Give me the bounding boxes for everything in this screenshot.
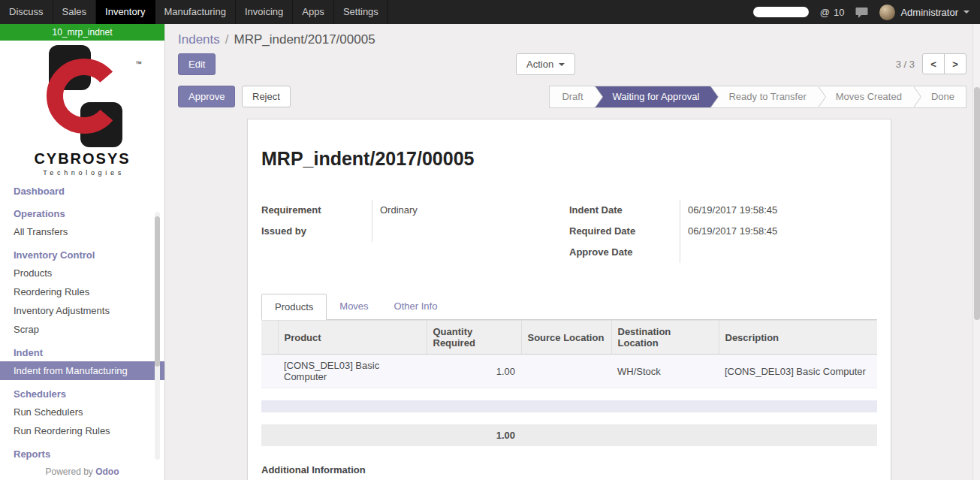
sidebar-scrollbar[interactable] [155,212,160,460]
record-title: MRP_indent/2017/00005 [261,148,877,170]
sidebar-section-inventory-control: Inventory Control [0,246,164,264]
tab-moves[interactable]: Moves [327,294,381,320]
table-total-row: 1.00 [261,424,877,446]
chevron-down-icon [963,11,969,14]
sidebar-item-inventory-adjustments[interactable]: Inventory Adjustments [0,301,164,320]
sidebar-menu: Dashboard Operations All Transfers Inven… [0,183,164,463]
mention-count: 10 [834,7,844,18]
reject-button[interactable]: Reject [242,86,291,107]
sidebar-section-operations: Operations [0,205,164,222]
odoo-link[interactable]: Odoo [95,466,119,477]
products-table: Product Quantity Required Source Locatio… [261,320,877,446]
empty-row [261,388,877,400]
sidebar-item-reordering-rules[interactable]: Reordering Rules [0,282,164,301]
chat-bubble-icon[interactable] [855,7,868,18]
main-content: Indents/MRP_indent/2017/00005 Edit Actio… [166,24,972,480]
control-row: Edit Action 3 / 3 < > [166,53,972,77]
sidebar-section-dashboard: Dashboard [0,183,164,200]
cell-source-location [521,355,611,388]
cell-destination-location: WH/Stock [611,355,719,388]
mention-badge[interactable]: @ 10 [820,7,845,18]
row-handle-column-header [261,321,278,355]
tab-products[interactable]: Products [261,294,327,320]
vertical-scrollbar[interactable] [972,24,980,480]
notebook-tabs: Products Moves Other Info [261,293,877,320]
topbar-menu-inventory[interactable]: Inventory [96,0,155,24]
empty-row [261,412,877,424]
systray-progress-pill[interactable] [753,7,809,17]
user-avatar [879,5,895,20]
sidebar-item-run-schedulers[interactable]: Run Schedulers [0,403,164,421]
field-label-indent-date: Indent Date [569,200,680,221]
pager-counter: 3 / 3 [896,59,915,70]
sidebar-item-all-transfers[interactable]: All Transfers [0,222,164,241]
column-header-source-location[interactable]: Source Location [521,321,611,355]
status-row: Approve Reject Draft Waiting for Approva… [166,86,972,108]
column-header-description[interactable]: Description [719,321,877,355]
sidebar-item-scrap[interactable]: Scrap [0,320,164,339]
field-value-required-date: 06/19/2017 19:58:45 [680,221,777,242]
breadcrumb-indents[interactable]: Indents [178,32,220,47]
stage-ready-to-transfer[interactable]: Ready to Transfer [710,86,817,107]
cell-product: [CONS_DEL03] Basic Computer [278,355,427,388]
pager-previous-button[interactable]: < [922,53,945,74]
sidebar-scrollbar-thumb[interactable] [155,216,160,367]
stage-draft[interactable]: Draft [550,86,594,107]
cybrosys-logo-icon [26,44,139,150]
sidebar-item-products[interactable]: Products [0,264,164,282]
user-name: Administrator [900,7,958,18]
table-header-row: Product Quantity Required Source Locatio… [261,321,877,355]
topbar: Discuss Sales Inventory Manufacturing In… [0,0,980,24]
form-sheet: MRP_indent/2017/00005 Requirement Ordina… [247,119,891,480]
topbar-menu-settings[interactable]: Settings [334,0,388,24]
field-value-indent-date: 06/19/2017 19:58:45 [680,200,777,221]
powered-by: Powered by Odoo [0,466,164,477]
sidebar-item-run-reordering-rules[interactable]: Run Reordering Rules [0,421,164,440]
topbar-menus: Discuss Sales Inventory Manufacturing In… [0,0,388,24]
approve-button[interactable]: Approve [178,86,235,107]
action-dropdown-button[interactable]: Action [516,53,575,75]
edit-button[interactable]: Edit [178,53,216,75]
additional-information-label: Additional Information [261,464,877,480]
empty-row [261,400,877,412]
topbar-menu-manufacturing[interactable]: Manufacturing [155,0,236,24]
pager-next-button[interactable]: > [944,53,966,74]
user-menu[interactable]: Administrator [879,5,969,20]
field-value-issued-by [372,221,380,242]
row-handle [261,355,278,388]
breadcrumb: Indents/MRP_indent/2017/00005 [166,24,972,52]
chevron-down-icon [559,63,565,66]
cell-description: [CONS_DEL03] Basic Computer [719,355,877,388]
sidebar-section-schedulers: Schedulers [0,385,164,403]
field-label-requirement: Requirement [261,200,372,221]
column-header-quantity-required[interactable]: Quantity Required [427,321,521,355]
breadcrumb-separator: / [225,32,229,47]
tab-other-info[interactable]: Other Info [381,294,451,320]
statusbar: Draft Waiting for Approval Ready to Tran… [549,86,966,108]
scrollbar-thumb[interactable] [974,87,980,320]
brand-name: CYBROSYS [0,150,164,168]
column-header-destination-location[interactable]: Destination Location [611,321,719,355]
field-value-approve-date [680,242,688,263]
at-icon: @ [820,7,830,18]
company-logo: ™ CYBROSYS Technologies [0,41,164,177]
database-banner: 10_mrp_indnet [0,24,164,41]
breadcrumb-current: MRP_indent/2017/00005 [234,32,375,47]
topbar-menu-discuss[interactable]: Discuss [0,0,53,24]
column-header-product[interactable]: Product [278,321,427,355]
field-value-requirement: Ordinary [372,200,418,221]
field-groups: Requirement Ordinary Issued by Indent Da… [261,200,877,263]
quantity-total: 1.00 [427,424,521,446]
cell-quantity: 1.00 [427,355,521,388]
powered-by-text: Powered by [45,466,92,477]
stage-moves-created[interactable]: Moves Created [818,86,913,107]
table-row[interactable]: [CONS_DEL03] Basic Computer 1.00 WH/Stoc… [261,355,877,388]
field-label-issued-by: Issued by [261,221,372,242]
trademark-symbol: ™ [135,60,142,68]
topbar-menu-sales[interactable]: Sales [53,0,97,24]
sidebar-item-indent-from-manufacturing[interactable]: Indent from Manufacturing [0,361,164,380]
stage-waiting-for-approval[interactable]: Waiting for Approval [595,86,711,107]
topbar-menu-invoicing[interactable]: Invoicing [236,0,293,24]
topbar-menu-apps[interactable]: Apps [293,0,334,24]
brand-subtitle: Technologies [0,169,164,177]
